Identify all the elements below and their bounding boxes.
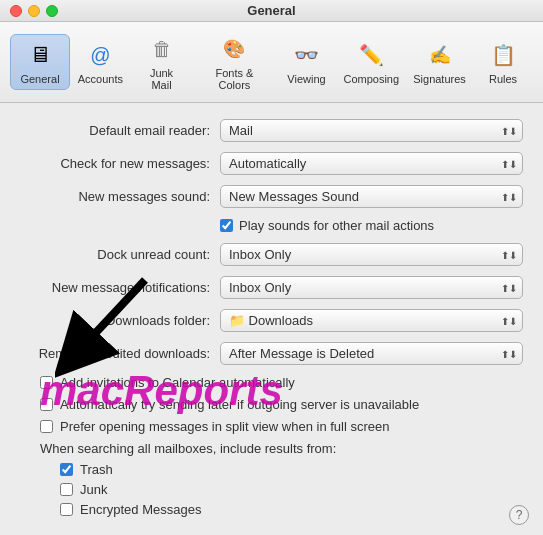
toolbar-item-composing[interactable]: ✏️ Composing <box>337 34 407 90</box>
prefer-split-view-checkbox[interactable] <box>40 420 53 433</box>
downloads-folder-select[interactable]: 📁 Downloads <box>220 309 523 332</box>
automatically-try-checkbox[interactable] <box>40 398 53 411</box>
search-encrypted-row: Encrypted Messages <box>40 502 523 517</box>
help-button[interactable]: ? <box>509 505 529 525</box>
remove-unedited-downloads-wrapper: After Message is Deleted ⬆⬇ <box>220 342 523 365</box>
window-title: General <box>247 3 295 18</box>
dock-unread-count-label: Dock unread count: <box>20 247 220 262</box>
toolbar-label-junk-mail: Junk Mail <box>142 67 182 91</box>
default-email-reader-row: Default email reader: Mail ⬆⬇ <box>20 119 523 142</box>
remove-unedited-downloads-row: Remove unedited downloads: After Message… <box>20 342 523 365</box>
toolbar-label-fonts-colors: Fonts & Colors <box>203 67 265 91</box>
dock-unread-count-row: Dock unread count: Inbox Only ⬆⬇ <box>20 243 523 266</box>
dock-unread-count-wrapper: Inbox Only ⬆⬇ <box>220 243 523 266</box>
search-section-label: When searching all mailboxes, include re… <box>40 441 523 456</box>
composing-icon: ✏️ <box>355 39 387 71</box>
default-email-reader-select[interactable]: Mail <box>220 119 523 142</box>
downloads-folder-wrapper: 📁 Downloads ⬆⬇ <box>220 309 523 332</box>
downloads-folder-control: 📁 Downloads ⬆⬇ <box>220 309 523 332</box>
new-messages-sound-row: New messages sound: New Messages Sound ⬆… <box>20 185 523 208</box>
new-message-notifications-label: New message notifications: <box>20 280 220 295</box>
add-invitations-row: Add invitations to Calendar automaticall… <box>20 375 523 390</box>
automatically-try-row: Automatically try sending later if outgo… <box>20 397 523 412</box>
toolbar-label-viewing: Viewing <box>287 73 325 85</box>
remove-unedited-downloads-control: After Message is Deleted ⬆⬇ <box>220 342 523 365</box>
search-junk-label: Junk <box>80 482 107 497</box>
search-encrypted-checkbox[interactable] <box>60 503 73 516</box>
signatures-icon: ✍️ <box>424 39 456 71</box>
check-new-messages-wrapper: Automatically ⬆⬇ <box>220 152 523 175</box>
new-messages-sound-control: New Messages Sound ⬆⬇ <box>220 185 523 208</box>
search-junk-checkbox[interactable] <box>60 483 73 496</box>
prefer-split-view-row: Prefer opening messages in split view wh… <box>20 419 523 434</box>
remove-unedited-downloads-label: Remove unedited downloads: <box>20 346 220 361</box>
search-junk-row: Junk <box>40 482 523 497</box>
play-sounds-row: Play sounds for other mail actions <box>20 218 523 233</box>
general-icon: 🖥 <box>24 39 56 71</box>
play-sounds-label: Play sounds for other mail actions <box>239 218 434 233</box>
minimize-button[interactable] <box>28 5 40 17</box>
toolbar-item-accounts[interactable]: @ Accounts <box>70 34 131 90</box>
prefer-split-view-label: Prefer opening messages in split view wh… <box>60 419 390 434</box>
toolbar: 🖥 General @ Accounts 🗑 Junk Mail 🎨 Fonts… <box>0 22 543 103</box>
maximize-button[interactable] <box>46 5 58 17</box>
toolbar-item-fonts-colors[interactable]: 🎨 Fonts & Colors <box>192 28 276 96</box>
accounts-icon: @ <box>84 39 116 71</box>
new-message-notifications-control: Inbox Only ⬆⬇ <box>220 276 523 299</box>
play-sounds-checkbox[interactable] <box>220 219 233 232</box>
check-new-messages-control: Automatically ⬆⬇ <box>220 152 523 175</box>
new-message-notifications-wrapper: Inbox Only ⬆⬇ <box>220 276 523 299</box>
dock-unread-count-control: Inbox Only ⬆⬇ <box>220 243 523 266</box>
rules-icon: 📋 <box>487 39 519 71</box>
downloads-folder-label: Downloads folder: <box>20 313 220 328</box>
default-email-reader-label: Default email reader: <box>20 123 220 138</box>
traffic-lights <box>10 5 58 17</box>
new-messages-sound-select[interactable]: New Messages Sound <box>220 185 523 208</box>
toolbar-label-general: General <box>20 73 59 85</box>
content-area: Default email reader: Mail ⬆⬇ Check for … <box>0 103 543 535</box>
default-email-reader-wrapper: Mail ⬆⬇ <box>220 119 523 142</box>
search-section: When searching all mailboxes, include re… <box>20 441 523 517</box>
search-trash-row: Trash <box>40 462 523 477</box>
default-email-reader-control: Mail ⬆⬇ <box>220 119 523 142</box>
check-new-messages-row: Check for new messages: Automatically ⬆⬇ <box>20 152 523 175</box>
junk-mail-icon: 🗑 <box>146 33 178 65</box>
new-messages-sound-wrapper: New Messages Sound ⬆⬇ <box>220 185 523 208</box>
automatically-try-label: Automatically try sending later if outgo… <box>60 397 419 412</box>
check-new-messages-label: Check for new messages: <box>20 156 220 171</box>
viewing-icon: 👓 <box>291 39 323 71</box>
check-new-messages-select[interactable]: Automatically <box>220 152 523 175</box>
add-invitations-label: Add invitations to Calendar automaticall… <box>60 375 295 390</box>
toolbar-label-accounts: Accounts <box>78 73 123 85</box>
toolbar-item-signatures[interactable]: ✍️ Signatures <box>406 34 473 90</box>
title-bar: General <box>0 0 543 22</box>
new-message-notifications-select[interactable]: Inbox Only <box>220 276 523 299</box>
remove-unedited-downloads-select[interactable]: After Message is Deleted <box>220 342 523 365</box>
toolbar-item-general[interactable]: 🖥 General <box>10 34 70 90</box>
search-trash-label: Trash <box>80 462 113 477</box>
dock-unread-count-select[interactable]: Inbox Only <box>220 243 523 266</box>
new-message-notifications-row: New message notifications: Inbox Only ⬆⬇ <box>20 276 523 299</box>
search-encrypted-label: Encrypted Messages <box>80 502 201 517</box>
toolbar-label-composing: Composing <box>343 73 399 85</box>
add-invitations-checkbox[interactable] <box>40 376 53 389</box>
search-trash-checkbox[interactable] <box>60 463 73 476</box>
downloads-folder-row: Downloads folder: 📁 Downloads ⬆⬇ <box>20 309 523 332</box>
fonts-colors-icon: 🎨 <box>218 33 250 65</box>
toolbar-label-rules: Rules <box>489 73 517 85</box>
new-messages-sound-label: New messages sound: <box>20 189 220 204</box>
toolbar-item-rules[interactable]: 📋 Rules <box>473 34 533 90</box>
close-button[interactable] <box>10 5 22 17</box>
toolbar-item-junk-mail[interactable]: 🗑 Junk Mail <box>131 28 193 96</box>
toolbar-item-viewing[interactable]: 👓 Viewing <box>277 34 337 90</box>
toolbar-label-signatures: Signatures <box>413 73 466 85</box>
